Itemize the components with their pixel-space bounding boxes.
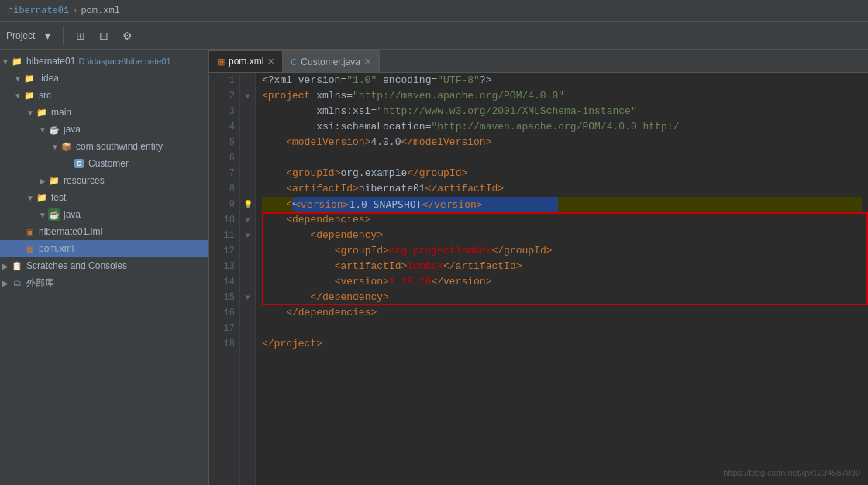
code-area[interactable]: <?xml version="1.0" encoding="UTF-8"?> <… bbox=[256, 73, 868, 352]
tree-item-extlib[interactable]: ▶ 🗂 外部库 bbox=[0, 274, 208, 291]
line-numbers: 1 2 3 4 5 6 7 8 9 10 11 12 13 14 15 16 1… bbox=[209, 73, 240, 485]
code-line-14: <version>1.18.10</version> bbox=[262, 274, 862, 290]
code-text: <groupId>org.example</groupId> bbox=[262, 166, 467, 181]
code-line-3: xmlns:xsi="http://www.w3.org/2001/XMLSch… bbox=[262, 104, 862, 119]
toolbar-project-label: Project bbox=[6, 30, 35, 41]
toolbar-remove-btn[interactable]: ⊟ bbox=[95, 26, 113, 45]
project-tree: ▼ 📁 hibernate01 D:\idaspace\hibernate01 … bbox=[0, 50, 208, 485]
tree-label: 外部库 bbox=[26, 277, 54, 290]
code-line-17 bbox=[262, 321, 862, 336]
tree-item-src[interactable]: ▼ 📁 src bbox=[0, 87, 208, 104]
code-text: </dependencies> bbox=[262, 305, 377, 321]
gutter-3 bbox=[240, 104, 255, 119]
gutter-8 bbox=[240, 181, 255, 197]
toolbar-settings-btn[interactable]: ⚙ bbox=[118, 26, 136, 45]
code-line-12: <groupId>org.projectlombok</groupId> bbox=[262, 243, 862, 259]
gutter-9[interactable]: 💡 bbox=[240, 197, 255, 212]
tree-item-java-main[interactable]: ▼ ☕ java bbox=[0, 121, 208, 138]
code-text: <groupId>org.projectlombok</groupId> bbox=[262, 243, 552, 259]
java-folder-icon: ☕ bbox=[48, 123, 60, 136]
folder-icon: 📁 bbox=[36, 106, 48, 119]
tab-customer-java[interactable]: C Customer.java ✕ bbox=[283, 50, 380, 72]
tree-label: .idea bbox=[39, 73, 59, 84]
tree-item-main[interactable]: ▼ 📁 main bbox=[0, 104, 208, 121]
tree-item-scratches[interactable]: ▶ 📋 Scratches and Consoles bbox=[0, 257, 208, 274]
line-num-2: 2 bbox=[209, 88, 235, 104]
tree-label: pom.xml bbox=[39, 243, 74, 254]
editor-content: 1 2 3 4 5 6 7 8 9 10 11 12 13 14 15 16 1… bbox=[209, 73, 868, 485]
tree-item-pom[interactable]: ▦ pom.xml bbox=[0, 240, 208, 257]
gutter-15[interactable]: ▼ bbox=[240, 290, 255, 305]
tree-arrow: ▶ bbox=[0, 262, 11, 270]
tree-item-hibernate01[interactable]: ▼ 📁 hibernate01 D:\idaspace\hibernate01 bbox=[0, 53, 208, 70]
line-num-5: 5 bbox=[209, 135, 235, 150]
gutter-5 bbox=[240, 135, 255, 150]
tree-arrow: ▼ bbox=[12, 91, 23, 100]
folder-icon: 📁 bbox=[23, 72, 36, 84]
tab-customer-label: Customer.java bbox=[301, 57, 360, 67]
tab-close-customer[interactable]: ✕ bbox=[364, 57, 371, 67]
tree-item-package[interactable]: ▼ 📦 com.southwind.entity bbox=[0, 138, 208, 155]
code-text: <modelVersion>4.0.0</modelVersion> bbox=[262, 135, 491, 150]
tree-item-idea[interactable]: ▼ 📁 .idea bbox=[0, 70, 208, 87]
tree-label: com.southwind.entity bbox=[76, 141, 163, 152]
gutter-12 bbox=[240, 243, 255, 259]
gutter-1 bbox=[240, 73, 255, 88]
tree-label: main bbox=[51, 107, 71, 118]
folder-icon: 📁 bbox=[11, 55, 23, 67]
tree-label: java bbox=[64, 209, 81, 220]
line-num-1: 1 bbox=[209, 73, 235, 88]
code-text: </project> bbox=[262, 336, 322, 352]
tree-arrow: ▼ bbox=[25, 194, 36, 202]
tree-item-customer[interactable]: C Customer bbox=[0, 155, 208, 172]
tree-arrow: ▶ bbox=[37, 177, 48, 185]
code-line-9: <<version>1.0-SNAPSHOT</version> bbox=[262, 197, 862, 212]
gutter-2[interactable]: ▼ bbox=[240, 88, 255, 104]
code-text: <?xml version="1.0" encoding="UTF-8"?> bbox=[262, 73, 491, 88]
extlib-icon: 🗂 bbox=[11, 277, 23, 289]
line-num-10: 10 bbox=[209, 212, 235, 228]
line-num-14: 14 bbox=[209, 274, 235, 290]
line-num-11: 11 bbox=[209, 228, 235, 243]
line-num-17: 17 bbox=[209, 321, 235, 336]
code-line-5: <modelVersion>4.0.0</modelVersion> bbox=[262, 135, 862, 150]
code-line-7: <groupId>org.example</groupId> bbox=[262, 166, 862, 181]
tree-label: hibernate01.iml bbox=[39, 226, 102, 237]
tab-pom-xml[interactable]: ▦ pom.xml ✕ bbox=[209, 50, 283, 72]
code-line-18: </project> bbox=[262, 336, 862, 352]
tree-label: resources bbox=[64, 175, 105, 186]
gutter-11[interactable]: ▼ bbox=[240, 228, 255, 243]
tree-arrow: ▼ bbox=[37, 126, 48, 134]
toolbar-add-btn[interactable]: ⊞ bbox=[71, 26, 90, 45]
gutter-17 bbox=[240, 321, 255, 336]
gutter-6 bbox=[240, 150, 255, 166]
tab-bar: ▦ pom.xml ✕ C Customer.java ✕ bbox=[209, 50, 868, 73]
code-line-2: <project xmlns="http://maven.apache.org/… bbox=[262, 88, 862, 104]
tree-item-test[interactable]: ▼ 📁 test bbox=[0, 189, 208, 206]
tree-item-resources[interactable]: ▶ 📁 resources bbox=[0, 172, 208, 189]
gutter: ▼ 💡 ▼ ▼ ▼ bbox=[240, 73, 256, 485]
tree-item-java-test[interactable]: ▼ ☕ java bbox=[0, 206, 208, 223]
iml-icon: ▣ bbox=[23, 225, 36, 238]
line-num-16: 16 bbox=[209, 305, 235, 321]
code-text: <version>1.18.10</version> bbox=[262, 274, 491, 290]
tree-label: test bbox=[51, 192, 66, 203]
code-line-15: </dependency> bbox=[262, 290, 862, 305]
toolbar: Project ▾ ⊞ ⊟ ⚙ bbox=[0, 22, 868, 50]
project-name: hibernate01 bbox=[8, 5, 69, 16]
code-line-10: <dependencies> bbox=[262, 212, 862, 228]
code-text: <artifactId>hibernate01</artifactId> bbox=[262, 181, 504, 197]
tree-item-iml[interactable]: ▣ hibernate01.iml bbox=[0, 223, 208, 240]
folder-icon: 📁 bbox=[23, 89, 36, 101]
gutter-10[interactable]: ▼ bbox=[240, 212, 255, 228]
code-wrapper: <?xml version="1.0" encoding="UTF-8"?> <… bbox=[256, 73, 868, 485]
tab-close-pom[interactable]: ✕ bbox=[267, 57, 274, 67]
tab-pom-label: pom.xml bbox=[229, 56, 264, 67]
gutter-14 bbox=[240, 274, 255, 290]
code-line-11: <dependency> bbox=[262, 228, 862, 243]
toolbar-dropdown-btn[interactable]: ▾ bbox=[38, 26, 57, 45]
tree-arrow: ▼ bbox=[50, 143, 60, 151]
code-line-13: <artifactId>lombok</artifactId> bbox=[262, 259, 862, 274]
gutter-7 bbox=[240, 166, 255, 181]
gutter-4 bbox=[240, 119, 255, 135]
